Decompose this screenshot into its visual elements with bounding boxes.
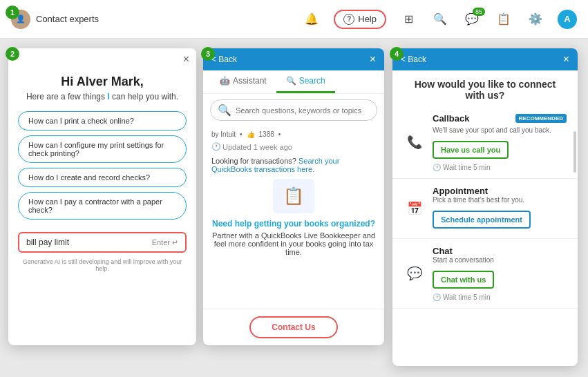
contact-option-callback: 📞 Callback RECOMMENDED We'll save your s… <box>392 106 578 179</box>
notification-badge: 85 <box>473 8 485 16</box>
help-back-button[interactable]: < Back <box>211 55 237 64</box>
callback-description: We'll save your spot and call you back. <box>433 126 567 134</box>
greeting-text: Hi Alver Mark, <box>22 75 182 89</box>
article-body: Partner with a QuickBooks Live Bookkeepe… <box>211 231 376 256</box>
chat-wait-time: 🕐 Wait time 5 min <box>433 293 567 301</box>
help-content: by Intuit • 👍 1388 • 🕐 Updated 1 week ag… <box>203 126 384 309</box>
topbar-icons: 🔔 ? Help ⊞ 🔍 💬 85 📋 ⚙️ A <box>302 10 577 29</box>
clock-icon-chat: 🕐 <box>433 293 441 301</box>
tab-search[interactable]: 🔍 Search <box>276 70 335 93</box>
notification-icon[interactable]: 🔔 <box>302 10 321 29</box>
chat-icon: 💬 <box>404 262 426 284</box>
greeting-subtitle: Here are a few things I can help you wit… <box>22 92 182 102</box>
callback-icon: 📞 <box>404 131 426 153</box>
bullet-sep2: • <box>278 130 281 138</box>
panel-ai-header: × <box>8 48 196 68</box>
article-intro-text: Looking for transactions? Search your Qu… <box>211 157 376 173</box>
ai-input-area[interactable]: Enter ↵ <box>18 232 187 253</box>
chat-row: 💬 Chat Start a conversation Chat with us… <box>404 246 567 301</box>
close-ai-button[interactable]: × <box>183 54 189 65</box>
panel-help: < Back × 🤖 Assistant 🔍 Search 🔍 by Intui… <box>203 48 384 345</box>
enter-button[interactable]: Enter ↵ <box>152 238 178 247</box>
have-us-call-button[interactable]: Have us call you <box>433 141 509 159</box>
scrollbar-indicator <box>573 131 576 173</box>
ai-footer: Generative AI is still developing and wi… <box>8 257 196 276</box>
grid-icon[interactable]: ⊞ <box>399 10 418 29</box>
appointment-title: Appointment <box>433 186 567 196</box>
topbar: 👤 Contact experts 🔔 ? Help ⊞ 🔍 💬 85 📋 ⚙️… <box>0 0 588 39</box>
article-title: Need help getting your books organized? <box>211 219 376 229</box>
settings-icon[interactable]: ⚙️ <box>526 10 545 29</box>
contact-option-appointment: 📅 Appointment Pick a time that's best fo… <box>392 179 578 239</box>
clock-icon: 🕐 <box>211 142 221 151</box>
bullet-sep: • <box>240 130 243 138</box>
like-icon: 👍 <box>247 130 255 138</box>
panel-contact-topbar: < Back × <box>392 48 578 70</box>
search-bar-icon: 🔍 <box>218 104 231 117</box>
article-by: by Intuit <box>211 130 236 138</box>
panel-ai: × Hi Alver Mark, Here are a few things I… <box>8 48 196 345</box>
callback-title: Callback <box>433 113 469 124</box>
article-date: 🕐 Updated 1 week ago <box>211 142 376 151</box>
search-tab-icon: 🔍 <box>286 76 296 86</box>
user-avatar[interactable]: A <box>558 10 577 29</box>
article-meta: by Intuit • 👍 1388 • <box>211 130 376 138</box>
appointment-details: Appointment Pick a time that's best for … <box>433 186 567 231</box>
messages-icon[interactable]: 💬 85 <box>462 10 482 29</box>
topbar-left: 👤 Contact experts <box>11 10 290 29</box>
appointment-description: Pick a time that's best for you. <box>433 196 567 204</box>
help-tabs: 🤖 Assistant 🔍 Search <box>203 70 384 94</box>
callback-details: Callback RECOMMENDED We'll save your spo… <box>433 113 567 171</box>
chat-title: Chat <box>433 246 567 256</box>
step-badge-2: 2 <box>6 47 19 61</box>
help-label: Help <box>358 14 377 24</box>
step-badge-3: 3 <box>201 47 215 61</box>
suggestion-item-1[interactable]: How can I print a check online? <box>18 111 187 130</box>
help-button[interactable]: ? Help <box>334 10 386 29</box>
panel-ai-greeting: Hi Alver Mark, Here are a few things I c… <box>8 68 196 106</box>
recommended-badge: RECOMMENDED <box>515 114 567 123</box>
panel-help-topbar: < Back × <box>203 48 384 70</box>
help-circle-icon: ? <box>343 14 354 25</box>
ai-search-input[interactable] <box>26 238 152 247</box>
appointment-row: 📅 Appointment Pick a time that's best fo… <box>404 186 567 231</box>
contact-back-button[interactable]: < Back <box>401 55 426 64</box>
main-area: × Hi Alver Mark, Here are a few things I… <box>0 39 588 377</box>
clock-icon-callback: 🕐 <box>433 164 441 171</box>
close-help-button[interactable]: × <box>370 54 376 65</box>
help-search-bar[interactable]: 🔍 <box>210 99 377 121</box>
help-search-input[interactable] <box>236 106 370 115</box>
article-image: 📋 <box>273 179 314 213</box>
suggestion-item-4[interactable]: How can I pay a contractor with a paper … <box>18 192 187 220</box>
step-badge-4: 4 <box>390 47 404 61</box>
contact-title: How would you like to connect with us? <box>392 70 578 106</box>
search-icon[interactable]: 🔍 <box>430 10 450 29</box>
suggestion-item-3[interactable]: How do I create and record checks? <box>18 168 187 187</box>
appointment-icon: 📅 <box>404 197 426 220</box>
article-updated: Updated 1 week ago <box>222 143 292 151</box>
help-footer: Contact Us <box>203 309 384 345</box>
chat-details: Chat Start a conversation Chat with us 🕐… <box>433 246 567 301</box>
schedule-appointment-button[interactable]: Schedule appointment <box>433 211 531 229</box>
suggestion-item-2[interactable]: How can I configure my print settings fo… <box>18 135 187 163</box>
callback-wait-time: 🕐 Wait time 5 min <box>433 164 567 171</box>
contact-experts-text[interactable]: Contact experts <box>36 14 99 24</box>
tab-assistant-label: Assistant <box>233 76 267 86</box>
tab-search-label: Search <box>299 76 325 86</box>
assistant-icon: 🤖 <box>220 76 230 86</box>
clipboard-icon[interactable]: 📋 <box>494 10 513 29</box>
tab-assistant[interactable]: 🤖 Assistant <box>210 70 276 93</box>
callback-header: Callback RECOMMENDED <box>433 113 567 124</box>
callback-row: 📞 Callback RECOMMENDED We'll save your s… <box>404 113 567 171</box>
contact-us-button[interactable]: Contact Us <box>249 316 337 338</box>
suggestion-list: How can I print a check online? How can … <box>8 106 196 225</box>
chat-description: Start a conversation <box>433 256 567 264</box>
chat-with-us-button[interactable]: Chat with us <box>433 271 494 289</box>
article-likes: 1388 <box>259 130 274 138</box>
close-contact-button[interactable]: × <box>563 54 569 65</box>
panel-contact: < Back × How would you like to connect w… <box>392 48 578 366</box>
contact-option-chat: 💬 Chat Start a conversation Chat with us… <box>392 239 578 309</box>
step-badge-1: 1 <box>6 6 19 19</box>
